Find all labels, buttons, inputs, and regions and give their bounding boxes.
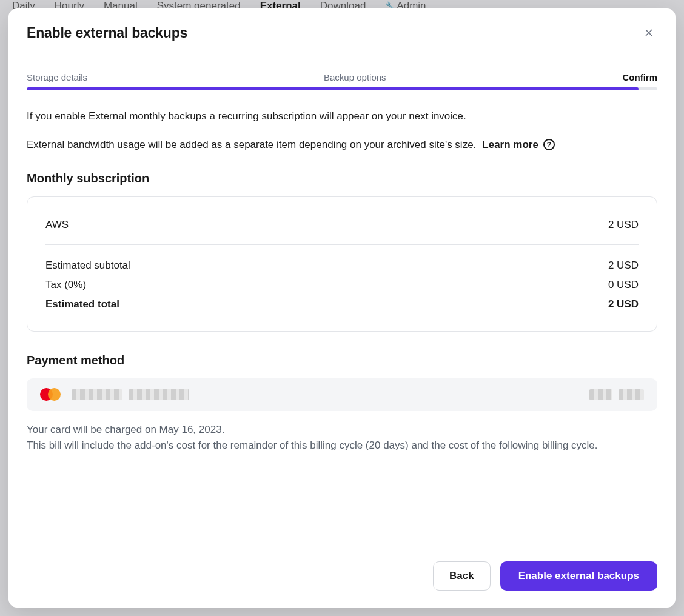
card-number-redacted (129, 389, 189, 400)
close-icon (643, 27, 654, 38)
step-confirm: Confirm (623, 72, 658, 82)
card-expiry-redacted (589, 389, 612, 400)
modal-body: Storage details Backup options Confirm I… (8, 55, 676, 548)
enable-external-backups-button[interactable]: Enable external backups (500, 561, 657, 591)
wizard-progress-fill (27, 87, 639, 90)
charge-note-line1: Your card will be charged on May 16, 202… (27, 424, 224, 435)
modal-footer: Back Enable external backups (8, 548, 676, 608)
summary-subtotal-label: Estimated subtotal (45, 259, 130, 272)
wizard-progress-bar (27, 87, 657, 90)
intro-text-2: External bandwidth usage will be added a… (27, 139, 476, 151)
summary-total-value: 2 USD (608, 298, 639, 310)
wizard-steps: Storage details Backup options Confirm (27, 72, 657, 82)
summary-tax-label: Tax (0%) (45, 279, 86, 291)
subscription-summary-card: AWS 2 USD Estimated subtotal 2 USD Tax (… (27, 196, 657, 332)
enable-external-backups-modal: Enable external backups Storage details … (8, 8, 676, 608)
step-storage-details: Storage details (27, 72, 87, 82)
learn-more-link[interactable]: Learn more ? (482, 139, 555, 151)
mastercard-icon (40, 388, 61, 401)
charge-note-line2: This bill will include the add-on's cost… (27, 440, 598, 451)
modal-title: Enable external backups (27, 25, 187, 41)
summary-tax: Tax (0%) 0 USD (45, 275, 639, 295)
summary-total-label: Estimated total (45, 298, 119, 310)
question-circle-icon: ? (543, 139, 555, 150)
close-button[interactable] (640, 24, 657, 41)
payment-method-card (27, 378, 657, 411)
step-backup-options: Backup options (324, 72, 386, 82)
card-number-redacted (72, 389, 122, 400)
summary-tax-value: 0 USD (608, 279, 639, 291)
summary-subtotal-value: 2 USD (608, 259, 639, 272)
payment-method-heading: Payment method (27, 353, 657, 367)
back-button[interactable]: Back (433, 561, 491, 591)
summary-subtotal: Estimated subtotal 2 USD (45, 256, 639, 275)
card-expiry-redacted (619, 389, 644, 400)
charge-note: Your card will be charged on May 16, 202… (27, 422, 657, 454)
summary-total: Estimated total 2 USD (45, 295, 639, 314)
summary-divider (45, 244, 639, 245)
payment-method-left (40, 388, 189, 401)
modal-header: Enable external backups (8, 8, 676, 55)
summary-line-item: AWS 2 USD (45, 215, 639, 235)
subscription-heading: Monthly subscription (27, 172, 657, 186)
learn-more-label: Learn more (482, 139, 538, 151)
intro-text-1: If you enable External monthly backups a… (27, 109, 657, 124)
summary-line-item-label: AWS (45, 219, 69, 231)
intro-text-2-row: External bandwidth usage will be added a… (27, 139, 657, 151)
summary-line-item-value: 2 USD (608, 219, 639, 231)
payment-method-right (589, 389, 644, 400)
